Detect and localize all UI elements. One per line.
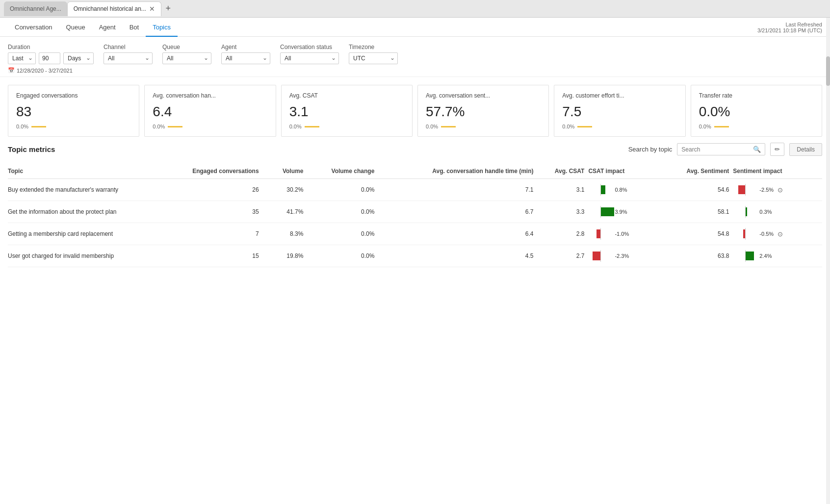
kpi-customer-effort-change: 0.0%	[562, 124, 574, 129]
cell-avg-sentiment: 63.8	[663, 245, 733, 267]
filters-section: Duration Last Days Channe	[0, 37, 830, 77]
cell-sentiment-impact: -0.5%⊙	[733, 223, 822, 245]
cell-volume-change: 0.0%	[307, 179, 378, 201]
kpi-avg-handle-time-change: 0.0%	[153, 124, 165, 129]
browser-tab-bar: Omnichannel Age... Omnichannel historica…	[0, 0, 830, 18]
cell-avg-sentiment: 54.6	[663, 179, 733, 201]
cell-volume: 19.8%	[263, 245, 308, 267]
queue-label: Queue	[162, 44, 211, 50]
kpi-avg-csat-title: Avg. CSAT	[289, 92, 404, 99]
cell-volume: 41.7%	[263, 201, 308, 223]
cell-engaged-conversations: 7	[156, 223, 263, 245]
queue-filter: Queue All	[162, 44, 211, 64]
last-refreshed-panel: Last Refreshed 3/21/2021 10:18 PM (UTC)	[757, 22, 822, 33]
scrollbar-thumb[interactable]	[826, 56, 830, 86]
kpi-trend-bar	[714, 126, 729, 127]
channel-select[interactable]: All	[104, 52, 153, 64]
cell-avg-csat: 3.1	[538, 179, 589, 201]
kpi-trend-bar	[577, 126, 592, 127]
metrics-header: Topic metrics Search by topic 🔍 ✏ Detail…	[8, 143, 822, 156]
days-select[interactable]: Days	[63, 52, 94, 64]
cell-volume: 8.3%	[263, 223, 308, 245]
table-row: User got charged for invalid membership …	[8, 245, 822, 267]
close-icon[interactable]: ✕	[149, 5, 155, 12]
cell-avg-handle-time: 7.1	[378, 179, 537, 201]
timezone-label: Timezone	[349, 44, 398, 50]
cell-volume: 30.2%	[263, 179, 308, 201]
timezone-filter: Timezone UTC	[349, 44, 398, 64]
channel-select-wrapper: All	[104, 52, 153, 64]
nav-topics[interactable]: Topics	[146, 18, 178, 37]
cell-avg-handle-time: 6.4	[378, 223, 537, 245]
search-icon[interactable]: 🔍	[753, 146, 761, 153]
calendar-icon: 📅	[8, 67, 15, 74]
last-refreshed-value: 3/21/2021 10:18 PM (UTC)	[757, 27, 822, 33]
kpi-avg-sentiment-change: 0.0%	[426, 124, 438, 129]
nav-agent[interactable]: Agent	[92, 18, 123, 37]
cell-avg-sentiment: 58.1	[663, 201, 733, 223]
cell-engaged-conversations: 35	[156, 201, 263, 223]
col-header-topic: Topic	[8, 164, 156, 179]
duration-select-wrapper: Last	[8, 52, 36, 64]
timezone-select[interactable]: UTC	[349, 52, 398, 64]
copy-icon[interactable]: ⊙	[778, 186, 783, 194]
col-header-engaged-conversations: Engaged conversations	[156, 164, 263, 179]
col-header-avg-csat: Avg. CSAT	[538, 164, 589, 179]
scrollbar[interactable]	[826, 18, 830, 504]
kpi-section: Engaged conversations 83 0.0% Avg. conve…	[0, 77, 830, 143]
cell-csat-impact: 3.9%	[588, 201, 662, 223]
table-row: Getting a membership card replacement 7 …	[8, 223, 822, 245]
duration-select[interactable]: Last	[8, 52, 36, 64]
kpi-trend-bar	[305, 126, 319, 127]
tab-omnichannel-agent[interactable]: Omnichannel Age...	[4, 1, 67, 16]
kpi-customer-effort-value: 7.5	[562, 104, 677, 120]
date-range-value: 12/28/2020 - 3/27/2021	[17, 68, 73, 74]
queue-select[interactable]: All	[162, 52, 211, 64]
tab-label-active: Omnichannel historical an...	[74, 5, 146, 12]
kpi-avg-sentiment-title: Avg. conversation sent...	[426, 92, 541, 99]
cell-engaged-conversations: 26	[156, 179, 263, 201]
kpi-engaged-conversations-value: 83	[16, 104, 131, 120]
edit-button[interactable]: ✏	[770, 143, 784, 156]
kpi-avg-sentiment: Avg. conversation sent... 57.7% 0.0%	[417, 85, 549, 137]
kpi-transfer-rate-change: 0.0%	[699, 124, 711, 129]
kpi-avg-csat: Avg. CSAT 3.1 0.0%	[281, 85, 413, 137]
kpi-customer-effort: Avg. customer effort ti... 7.5 0.0%	[554, 85, 685, 137]
cell-csat-impact: -2.3%	[588, 245, 662, 267]
details-button[interactable]: Details	[789, 143, 822, 156]
channel-label: Channel	[104, 44, 153, 50]
conversation-status-select[interactable]: All	[280, 52, 339, 64]
tab-label-inactive: Omnichannel Age...	[10, 5, 61, 12]
topic-metrics-section: Topic metrics Search by topic 🔍 ✏ Detail…	[0, 143, 830, 275]
add-tab-button[interactable]: +	[161, 2, 175, 16]
kpi-avg-handle-time-value: 6.4	[153, 104, 267, 120]
cell-volume-change: 0.0%	[307, 201, 378, 223]
kpi-transfer-rate-value: 0.0%	[699, 104, 814, 120]
cell-sentiment-impact: 0.3%	[733, 201, 822, 223]
search-input[interactable]	[681, 146, 750, 153]
tab-omnichannel-historical[interactable]: Omnichannel historical an... ✕	[67, 1, 161, 16]
agent-select-wrapper: All	[221, 52, 270, 64]
col-header-volume: Volume	[263, 164, 308, 179]
kpi-trend-bar	[31, 126, 46, 127]
agent-select[interactable]: All	[221, 52, 270, 64]
conversation-status-select-wrapper: All	[280, 52, 339, 64]
kpi-transfer-rate: Transfer rate 0.0% 0.0%	[691, 85, 822, 137]
copy-icon[interactable]: ⊙	[778, 230, 783, 238]
nav-conversation[interactable]: Conversation	[8, 18, 59, 37]
kpi-trend-bar	[168, 126, 182, 127]
kpi-avg-csat-value: 3.1	[289, 104, 404, 120]
nav-queue[interactable]: Queue	[59, 18, 92, 37]
cell-topic-name: Buy extended the manufacturer's warranty	[8, 179, 156, 201]
cell-avg-csat: 2.7	[538, 245, 589, 267]
cell-avg-sentiment: 54.8	[663, 223, 733, 245]
nav-bot[interactable]: Bot	[123, 18, 146, 37]
top-nav: Conversation Queue Agent Bot Topics Last…	[0, 18, 830, 37]
conversation-status-filter: Conversation status All	[280, 44, 339, 64]
days-select-wrapper: Days	[63, 52, 94, 64]
table-row: Get the information about the protect pl…	[8, 201, 822, 223]
channel-filter: Channel All	[104, 44, 153, 64]
duration-days-input[interactable]	[39, 52, 60, 64]
agent-filter: Agent All	[221, 44, 270, 64]
last-refreshed-label: Last Refreshed	[757, 22, 822, 27]
